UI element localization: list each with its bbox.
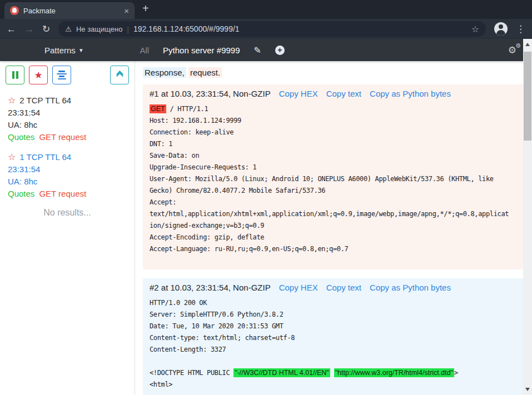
sidebar: ★ ☆2 TCP TTL 6423:31:54UA: 8hcQuotesGET …	[0, 61, 135, 395]
tab-all[interactable]: All	[140, 46, 149, 55]
packet-title: #1 at 10.03, 23:31:54, Non-GZIP	[150, 89, 271, 98]
packet-line: DNT: 1	[150, 138, 519, 150]
pattern-highlight: GET	[150, 104, 166, 113]
copy-link[interactable]: Copy text	[326, 283, 361, 292]
packet-line: <!DOCTYPE HTML PUBLIC "-//W3C//DTD HTML …	[150, 367, 519, 379]
chevron-down-icon: ▾	[79, 47, 83, 54]
copy-link[interactable]: Copy text	[326, 89, 361, 98]
legend-request: request.	[188, 67, 222, 78]
stream-item[interactable]: ☆2 TCP TTL 6423:31:54UA: 8hcQuotesGET re…	[8, 94, 135, 143]
packet-card-request: #1 at 10.03, 23:31:54, Non-GZIPCopy HEXC…	[143, 84, 525, 269]
edit-icon[interactable]: ✎	[254, 45, 261, 56]
stream-title-text: 2 TCP TTL 64	[19, 96, 71, 105]
packet-line: ion/signed-exchange;v=b3;q=0.9	[150, 220, 519, 232]
app-navbar: Patterns ▾ All Python server #9999 ✎ + ⚙…	[0, 39, 532, 61]
copy-link[interactable]: Copy as Python bytes	[370, 283, 451, 292]
stream-tags: QuotesGET request	[8, 131, 135, 143]
stream-title-text: 1 TCP TTL 64	[19, 152, 71, 162]
packet-header: #1 at 10.03, 23:31:54, Non-GZIPCopy HEXC…	[150, 89, 519, 98]
settings-button[interactable]: ⚙ ⚙	[508, 44, 516, 56]
browser-menu-icon[interactable]: ⋮	[516, 23, 525, 35]
packet-line: Date: Tue, 10 Mar 2020 20:31:53 GMT	[150, 321, 519, 332]
packet-line: HTTP/1.0 200 OK	[150, 297, 519, 309]
page-scrollbar[interactable]	[523, 39, 532, 395]
url-text[interactable]: 192.168.1.124:65000/#/9999/1	[133, 24, 240, 33]
tab-title: Packmate	[23, 7, 120, 15]
packet-line: Upgrade-Insecure-Requests: 1	[150, 162, 519, 173]
scrollbar-thumb[interactable]	[524, 52, 531, 141]
stream-time: 23:31:54	[8, 107, 135, 119]
favorites-filter-button[interactable]: ★	[29, 66, 48, 84]
packmate-app: Patterns ▾ All Python server #9999 ✎ + ⚙…	[0, 39, 532, 395]
stream-tabs: All Python server #9999 ✎ +	[140, 45, 285, 56]
profile-avatar-icon[interactable]	[494, 22, 508, 36]
patterns-dropdown[interactable]: Patterns ▾	[44, 46, 82, 55]
stream-tag: GET request	[39, 132, 86, 142]
packet-title: #2 at 10.03, 23:31:54, Non-GZIP	[150, 283, 271, 292]
stream-tags: QuotesGET request	[8, 188, 135, 200]
filter-lines-button[interactable]	[52, 66, 71, 84]
gear-small-icon: ⚙	[515, 42, 521, 49]
tab-python-server[interactable]: Python server #9999	[163, 46, 240, 55]
scroll-down-icon[interactable]	[525, 388, 530, 391]
stream-ua: UA: 8hc	[8, 176, 135, 188]
stream-ua: UA: 8hc	[8, 119, 135, 131]
reload-icon[interactable]: ↻	[42, 24, 50, 34]
browser-toolbar: ← → ↻ ⚠ Не защищено | 192.168.1.124:6500…	[0, 19, 532, 39]
sidebar-toolbar: ★	[0, 66, 135, 84]
packet-line: Accept-Language: ru-RU,ru;q=0.9,en-US;q=…	[150, 243, 519, 255]
packet-list: #1 at 10.03, 23:31:54, Non-GZIPCopy HEXC…	[143, 84, 525, 395]
collapse-sidebar-button[interactable]	[110, 66, 129, 84]
packet-card-response: #2 at 10.03, 23:31:54, Non-GZIPCopy HEXC…	[143, 278, 525, 395]
copy-link[interactable]: Copy HEX	[279, 283, 318, 292]
scroll-up-icon[interactable]	[525, 43, 530, 46]
packet-body: GET / HTTP/1.1Host: 192.168.1.124:9999Co…	[150, 103, 519, 255]
pause-capture-button[interactable]	[6, 66, 24, 84]
browser-tabstrip: Packmate × +	[0, 0, 532, 19]
packet-line: Accept:	[150, 197, 519, 208]
forward-icon[interactable]: →	[24, 24, 34, 34]
content-area: ★ ☆2 TCP TTL 6423:31:54UA: 8hcQuotesGET …	[0, 61, 532, 395]
packet-line: <html>	[150, 379, 519, 391]
url-separator: |	[127, 25, 128, 33]
tab-close-icon[interactable]: ×	[124, 6, 129, 16]
packet-line: text/html,application/xhtml+xml,applicat…	[150, 208, 519, 220]
packet-line: Accept-Encoding: gzip, deflate	[150, 232, 519, 243]
legend-response: Response,	[143, 67, 186, 78]
pattern-highlight: "-//W3C//DTD HTML 4.01//EN"	[233, 368, 330, 377]
packet-line: Save-Data: on	[150, 150, 519, 162]
stream-list: ☆2 TCP TTL 6423:31:54UA: 8hcQuotesGET re…	[0, 94, 135, 200]
packet-body: HTTP/1.0 200 OKServer: SimpleHTTP/0.6 Py…	[150, 297, 519, 391]
legend: Response, request.	[143, 68, 525, 77]
stream-time: 23:31:54	[8, 163, 135, 176]
packet-line: Connection: keep-alive	[150, 127, 519, 138]
stream-item[interactable]: ☆1 TCP TTL 6423:31:54UA: 8hcQuotesGET re…	[8, 151, 135, 200]
browser-tab[interactable]: Packmate ×	[4, 2, 135, 19]
security-warning-label[interactable]: Не защищено	[76, 25, 123, 33]
patterns-label: Patterns	[44, 46, 76, 55]
packet-line: User-Agent: Mozilla/5.0 (Linux; Android …	[150, 173, 519, 185]
packet-line: GET / HTTP/1.1	[150, 103, 519, 115]
stream-tag: Quotes	[8, 189, 34, 198]
address-bar[interactable]: ⚠ Не защищено | 192.168.1.124:65000/#/99…	[58, 21, 486, 37]
favorite-star-icon[interactable]: ☆	[8, 152, 16, 162]
security-warning-icon[interactable]: ⚠	[65, 25, 72, 33]
back-icon[interactable]: ←	[7, 24, 16, 34]
stream-title: ☆1 TCP TTL 64	[8, 151, 135, 163]
packet-line	[150, 356, 519, 367]
add-service-button[interactable]: +	[275, 46, 285, 55]
bookmark-star-icon[interactable]: ☆	[471, 24, 479, 34]
packet-line: Host: 192.168.1.124:9999	[150, 115, 519, 127]
packet-line: Server: SimpleHTTP/0.6 Python/3.8.2	[150, 309, 519, 321]
no-results-label: No results...	[0, 208, 135, 218]
new-tab-button[interactable]: +	[142, 1, 149, 16]
stream-tag: Quotes	[8, 132, 34, 142]
stream-tag: GET request	[39, 189, 86, 198]
favorite-star-icon[interactable]: ☆	[8, 96, 16, 105]
copy-link[interactable]: Copy as Python bytes	[370, 89, 451, 98]
packmate-favicon-icon	[10, 6, 19, 15]
packet-line: Gecko) Chrome/82.0.4077.2 Mobile Safari/…	[150, 185, 519, 197]
copy-link[interactable]: Copy HEX	[279, 89, 318, 98]
stream-detail: Response, request. #1 at 10.03, 23:31:54…	[135, 61, 532, 395]
stream-title: ☆2 TCP TTL 64	[8, 94, 135, 107]
